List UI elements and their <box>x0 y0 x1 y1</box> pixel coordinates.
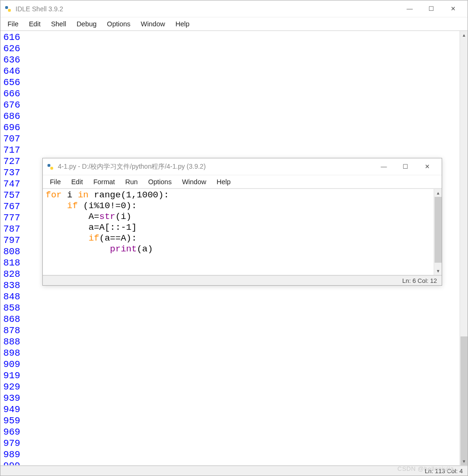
editor-statusbar: Ln: 6 Col: 12 <box>43 275 442 285</box>
menu-window[interactable]: Window <box>178 177 211 187</box>
output-line: 909 <box>3 359 20 370</box>
output-line: 838 <box>3 280 20 291</box>
shell-scrollbar[interactable]: ▲ ▼ <box>460 31 468 465</box>
output-line: 737 <box>3 167 20 178</box>
minimize-button[interactable]: — <box>373 160 395 174</box>
menu-debug[interactable]: Debug <box>72 19 101 29</box>
editor-content: for i in range(1,1000): if (i%10!=0): A=… <box>43 188 442 275</box>
idle-editor-window: 4-1.py - D:/校内学习文件/python程序/4-1.py (3.9.… <box>42 158 442 286</box>
output-line: 959 <box>3 415 20 426</box>
menu-run[interactable]: Run <box>121 177 142 187</box>
output-line: 929 <box>3 382 20 392</box>
scroll-up-icon[interactable]: ▲ <box>460 31 468 39</box>
output-line: 676 <box>3 100 20 110</box>
output-line: 696 <box>3 122 20 133</box>
svg-rect-1 <box>8 9 11 12</box>
output-line: 818 <box>3 258 20 268</box>
output-line: 949 <box>3 404 20 415</box>
output-line: 979 <box>3 438 20 449</box>
output-line: 636 <box>3 55 20 65</box>
output-line: 646 <box>3 66 20 77</box>
output-line: 656 <box>3 77 20 88</box>
scroll-thumb[interactable] <box>460 336 468 465</box>
output-line: 787 <box>3 224 20 234</box>
output-line: 707 <box>3 133 20 144</box>
output-line: 898 <box>3 348 20 359</box>
menu-file[interactable]: File <box>3 19 23 29</box>
menu-edit[interactable]: Edit <box>67 177 87 187</box>
editor-code[interactable]: for i in range(1,1000): if (i%10!=0): A=… <box>43 189 434 275</box>
python-icon <box>47 163 54 171</box>
window-controls: — ☐ ✕ <box>399 2 464 16</box>
svg-rect-0 <box>5 6 8 9</box>
output-line: 747 <box>3 179 20 189</box>
shell-statusbar: Ln: 113 Col: 4 <box>0 465 468 476</box>
window-controls: — ☐ ✕ <box>373 160 438 174</box>
output-line: 848 <box>3 291 20 302</box>
shell-titlebar[interactable]: IDLE Shell 3.9.2 — ☐ ✕ <box>0 0 468 17</box>
output-line: 777 <box>3 212 20 223</box>
output-line: 989 <box>3 449 20 460</box>
output-line: 858 <box>3 303 20 313</box>
scroll-thumb[interactable] <box>435 197 442 263</box>
output-line: 626 <box>3 43 20 54</box>
maximize-button[interactable]: ☐ <box>395 160 416 174</box>
menu-help[interactable]: Help <box>212 177 235 187</box>
shell-title: IDLE Shell 3.9.2 <box>16 5 63 13</box>
output-line: 999 <box>3 460 20 465</box>
output-line: 797 <box>3 235 20 246</box>
output-line: 969 <box>3 427 20 437</box>
maximize-button[interactable]: ☐ <box>420 2 442 16</box>
editor-menubar: FileEditFormatRunOptionsWindowHelp <box>43 175 442 188</box>
output-line: 727 <box>3 156 20 167</box>
scroll-down-icon[interactable]: ▼ <box>434 267 442 275</box>
output-line: 888 <box>3 336 20 347</box>
shell-status-text: Ln: 113 Col: 4 <box>425 468 463 475</box>
menu-edit[interactable]: Edit <box>24 19 45 29</box>
python-icon <box>4 5 12 13</box>
menu-file[interactable]: File <box>46 177 65 187</box>
output-line: 666 <box>3 88 20 99</box>
scroll-down-icon[interactable]: ▼ <box>460 457 468 465</box>
minimize-button[interactable]: — <box>399 2 420 16</box>
svg-rect-3 <box>50 167 53 170</box>
editor-scrollbar[interactable]: ▲ ▼ <box>434 189 442 275</box>
output-line: 616 <box>3 32 20 43</box>
output-line: 686 <box>3 111 20 122</box>
menu-help[interactable]: Help <box>171 19 194 29</box>
shell-menubar: FileEditShellDebugOptionsWindowHelp <box>0 17 468 31</box>
editor-status-text: Ln: 6 Col: 12 <box>402 277 437 284</box>
close-button[interactable]: ✕ <box>442 2 464 16</box>
output-line: 717 <box>3 145 20 156</box>
output-line: 919 <box>3 370 20 381</box>
menu-options[interactable]: Options <box>103 19 135 29</box>
menu-window[interactable]: Window <box>136 19 169 29</box>
output-line: 939 <box>3 393 20 404</box>
output-line: 767 <box>3 201 20 212</box>
output-line: 878 <box>3 325 20 336</box>
output-line: 757 <box>3 190 20 201</box>
close-button[interactable]: ✕ <box>416 160 438 174</box>
menu-format[interactable]: Format <box>89 177 119 187</box>
svg-rect-2 <box>48 164 50 167</box>
scroll-up-icon[interactable]: ▲ <box>434 189 442 197</box>
output-line: 868 <box>3 314 20 325</box>
output-line: 828 <box>3 269 20 280</box>
menu-options[interactable]: Options <box>144 177 176 187</box>
editor-titlebar[interactable]: 4-1.py - D:/校内学习文件/python程序/4-1.py (3.9.… <box>43 158 442 175</box>
editor-title: 4-1.py - D:/校内学习文件/python程序/4-1.py (3.9.… <box>58 163 206 171</box>
menu-shell[interactable]: Shell <box>47 19 70 29</box>
output-line: 808 <box>3 246 20 257</box>
